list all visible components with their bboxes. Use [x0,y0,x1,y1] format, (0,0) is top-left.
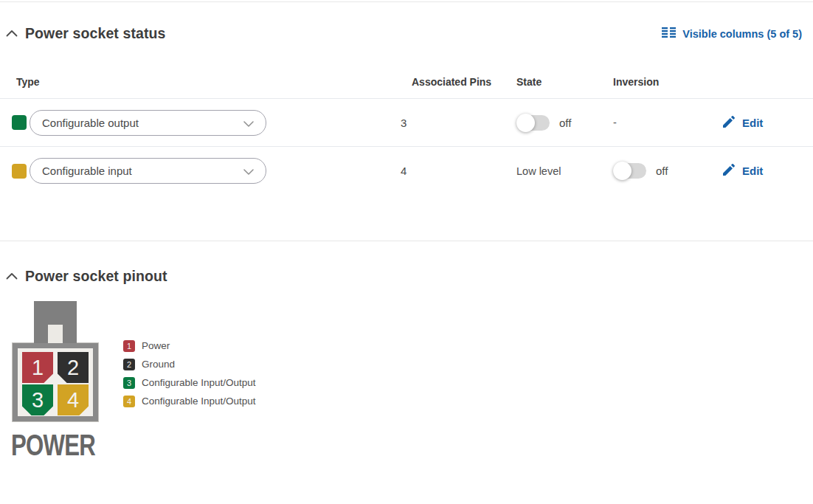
legend-swatch-1: 1 [123,340,135,352]
connector-latch [34,301,77,343]
legend-item: 4 Configurable Input/Output [123,392,256,410]
legend-item: 2 Ground [123,355,256,373]
collapse-status-section-button[interactable] [4,27,19,41]
table-row: Configurable output 3 off - Edit [0,99,813,147]
chevron-up-icon [6,271,18,282]
top-divider [0,1,813,2]
chevron-down-icon [243,117,254,129]
legend-label: Configurable Input/Output [142,377,256,388]
legend-label: Power [142,340,170,351]
type-cell: Configurable output [12,110,401,136]
pinout-diagram: 1 2 3 4 POWER 1 Power 2 Ground 3 Configu… [11,301,813,462]
legend-swatch-2: 2 [123,359,135,370]
power-socket-status-table: Type Associated Pins State Inversion Con… [0,66,813,195]
power-connector-graphic: 1 2 3 4 POWER [11,301,100,462]
type-cell: Configurable input [12,158,401,184]
connector-pin-2: 2 [58,352,89,383]
connector-caption: POWER [11,429,80,462]
associated-pins-value: 4 [401,165,516,177]
chevron-up-icon [6,28,18,39]
type-select[interactable]: Configurable input [30,158,266,184]
chevron-down-icon [243,165,254,177]
type-select[interactable]: Configurable output [30,110,266,136]
legend-item: 1 Power [123,336,256,355]
actions-cell: Edit [707,164,801,178]
column-header-type: Type [12,76,401,88]
pencil-icon [723,164,735,178]
toggle-knob [516,114,535,132]
pinout-section-title: Power socket pinout [25,268,167,285]
connector-pin-3: 3 [22,384,53,415]
visible-columns-button[interactable]: Visible columns (5 of 5) [662,27,802,40]
table-header-row: Type Associated Pins State Inversion [0,66,813,99]
edit-button[interactable]: Edit [723,164,763,178]
column-header-associated-pins: Associated Pins [401,76,516,88]
table-row: Configurable input 4 Low level off Edit [0,147,813,195]
legend-label: Ground [142,359,175,370]
type-select-value: Configurable output [42,117,139,129]
columns-icon [662,27,676,40]
inversion-cell: off [613,163,707,179]
edit-button[interactable]: Edit [723,116,763,130]
collapse-pinout-section-button[interactable] [4,269,19,284]
legend-label: Configurable Input/Output [142,396,256,407]
inversion-value: - [613,117,707,128]
inversion-toggle[interactable] [613,163,646,179]
state-value: Low level [516,165,613,177]
connector-body: 1 2 3 4 [13,343,98,421]
pinout-section-header: Power socket pinout [0,268,813,285]
visible-columns-label: Visible columns (5 of 5) [682,28,802,40]
type-select-value: Configurable input [42,165,132,177]
status-section-title: Power socket status [25,25,165,42]
legend-swatch-4: 4 [123,396,135,407]
inversion-toggle-label: off [656,165,668,177]
toggle-knob [613,162,632,180]
type-color-swatch [12,164,27,179]
column-header-inversion: Inversion [613,76,707,88]
section-divider [0,241,813,241]
associated-pins-value: 3 [401,117,516,129]
connector-pin-4: 4 [58,384,89,415]
legend-swatch-3: 3 [123,377,135,389]
column-header-state: State [516,76,613,88]
state-toggle[interactable] [516,115,550,131]
pin-legend: 1 Power 2 Ground 3 Configurable Input/Ou… [123,336,256,462]
legend-item: 3 Configurable Input/Output [123,373,256,392]
status-section-header: Power socket status Visible columns (5 o… [0,25,813,42]
actions-cell: Edit [707,116,801,130]
type-color-swatch [12,115,27,130]
pencil-icon [723,116,735,130]
edit-button-label: Edit [742,165,763,177]
connector-pin-1: 1 [22,352,53,383]
state-cell: off [516,115,613,131]
edit-button-label: Edit [742,117,763,129]
connector-latch-notch [48,325,63,343]
state-toggle-label: off [559,117,571,129]
